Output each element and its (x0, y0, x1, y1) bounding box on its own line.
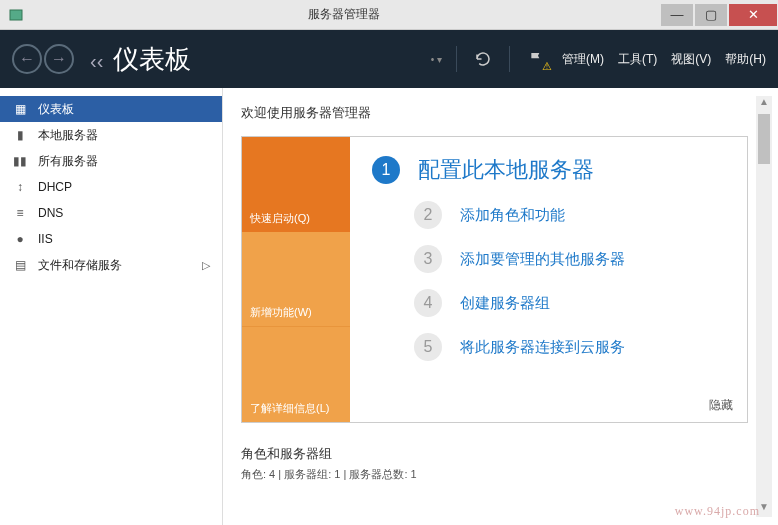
close-button[interactable]: ✕ (729, 4, 777, 26)
flag-notifications-icon[interactable] (524, 47, 548, 71)
maximize-button[interactable]: ▢ (695, 4, 727, 26)
watermark: www.94jp.com (675, 504, 760, 519)
sidebar-item-label: 所有服务器 (38, 153, 98, 170)
svg-rect-0 (10, 10, 22, 20)
breadcrumb: ‹‹ 仪表板 (90, 42, 191, 77)
tools-menu[interactable]: 工具(T) (618, 51, 657, 68)
step-text: 将此服务器连接到云服务 (460, 338, 625, 357)
page-title: 仪表板 (113, 42, 191, 77)
storage-icon: ▤ (12, 257, 28, 273)
forward-button[interactable]: → (44, 44, 74, 74)
step-text: 添加要管理的其他服务器 (460, 250, 625, 269)
welcome-tiles: 快速启动(Q) 新增功能(W) 了解详细信息(L) (242, 137, 350, 422)
sidebar-item-all-servers[interactable]: ▮▮ 所有服务器 (0, 148, 222, 174)
step-text: 创建服务器组 (460, 294, 550, 313)
nav-arrows: ← → (12, 44, 74, 74)
tile-label: 新增功能(W) (250, 305, 312, 320)
tile-label: 快速启动(Q) (250, 211, 310, 226)
step-number: 2 (414, 201, 442, 229)
sidebar-item-label: DHCP (38, 180, 72, 194)
toolbar: ← → ‹‹ 仪表板 • ▾ 管理(M) 工具(T) 视图(V) 帮助(H) (0, 30, 778, 88)
sidebar-item-label: DNS (38, 206, 63, 220)
scroll-up-icon[interactable]: ▲ (756, 96, 772, 112)
welcome-header: 欢迎使用服务器管理器 (241, 104, 748, 122)
step-create-group[interactable]: 4 创建服务器组 (414, 289, 741, 317)
sidebar-item-dashboard[interactable]: ▦ 仪表板 (0, 96, 222, 122)
sidebar-item-dhcp[interactable]: ↕ DHCP (0, 174, 222, 200)
step-number: 5 (414, 333, 442, 361)
tile-whats-new[interactable]: 新增功能(W) (242, 232, 350, 327)
step-text: 添加角色和功能 (460, 206, 565, 225)
roles-section-subtitle: 角色: 4 | 服务器组: 1 | 服务器总数: 1 (241, 467, 748, 482)
step-configure-server[interactable]: 1 配置此本地服务器 (372, 155, 741, 185)
back-button[interactable]: ← (12, 44, 42, 74)
step-number: 4 (414, 289, 442, 317)
titlebar: 服务器管理器 — ▢ ✕ (0, 0, 778, 30)
sidebar-item-label: 本地服务器 (38, 127, 98, 144)
content-area: 欢迎使用服务器管理器 快速启动(Q) 新增功能(W) 了解详细信息(L) 1 配… (223, 88, 778, 525)
minimize-button[interactable]: — (661, 4, 693, 26)
scrollbar-thumb[interactable] (758, 114, 770, 164)
window-title: 服务器管理器 (28, 6, 660, 23)
sidebar-item-local-server[interactable]: ▮ 本地服务器 (0, 122, 222, 148)
tile-label: 了解详细信息(L) (250, 401, 329, 416)
toolbar-right: • ▾ 管理(M) 工具(T) 视图(V) 帮助(H) (431, 46, 766, 72)
sidebar-item-label: 文件和存储服务 (38, 257, 122, 274)
tile-quick-start[interactable]: 快速启动(Q) (242, 137, 350, 232)
step-text: 配置此本地服务器 (418, 155, 594, 185)
server-icon: ▮ (12, 127, 28, 143)
breadcrumb-dropdown-icon[interactable]: • ▾ (431, 54, 442, 65)
tile-learn-more[interactable]: 了解详细信息(L) (242, 326, 350, 422)
chevron-right-icon: ▷ (202, 259, 210, 272)
step-number: 1 (372, 156, 400, 184)
view-menu[interactable]: 视图(V) (671, 51, 711, 68)
window-controls: — ▢ ✕ (660, 1, 778, 29)
dns-icon: ≡ (12, 205, 28, 221)
sidebar-item-storage[interactable]: ▤ 文件和存储服务 ▷ (0, 252, 222, 278)
hide-link[interactable]: 隐藏 (709, 397, 733, 414)
servers-icon: ▮▮ (12, 153, 28, 169)
step-number: 3 (414, 245, 442, 273)
sidebar-item-label: IIS (38, 232, 53, 246)
breadcrumb-quote-icon: ‹‹ (90, 50, 103, 73)
sidebar: ▦ 仪表板 ▮ 本地服务器 ▮▮ 所有服务器 ↕ DHCP ≡ DNS ● II… (0, 88, 223, 525)
welcome-panel: 快速启动(Q) 新增功能(W) 了解详细信息(L) 1 配置此本地服务器 2 添… (241, 136, 748, 423)
sidebar-item-dns[interactable]: ≡ DNS (0, 200, 222, 226)
iis-icon: ● (12, 231, 28, 247)
sidebar-item-label: 仪表板 (38, 101, 74, 118)
app-icon (4, 3, 28, 27)
manage-menu[interactable]: 管理(M) (562, 51, 604, 68)
welcome-steps: 1 配置此本地服务器 2 添加角色和功能 3 添加要管理的其他服务器 4 创建服… (350, 137, 747, 422)
refresh-icon[interactable] (471, 47, 495, 71)
roles-section-title: 角色和服务器组 (241, 445, 748, 463)
dashboard-icon: ▦ (12, 101, 28, 117)
step-add-roles[interactable]: 2 添加角色和功能 (414, 201, 741, 229)
help-menu[interactable]: 帮助(H) (725, 51, 766, 68)
dhcp-icon: ↕ (12, 179, 28, 195)
step-cloud-connect[interactable]: 5 将此服务器连接到云服务 (414, 333, 741, 361)
sidebar-item-iis[interactable]: ● IIS (0, 226, 222, 252)
vertical-scrollbar[interactable]: ▲ ▼ (756, 96, 772, 517)
step-add-servers[interactable]: 3 添加要管理的其他服务器 (414, 245, 741, 273)
